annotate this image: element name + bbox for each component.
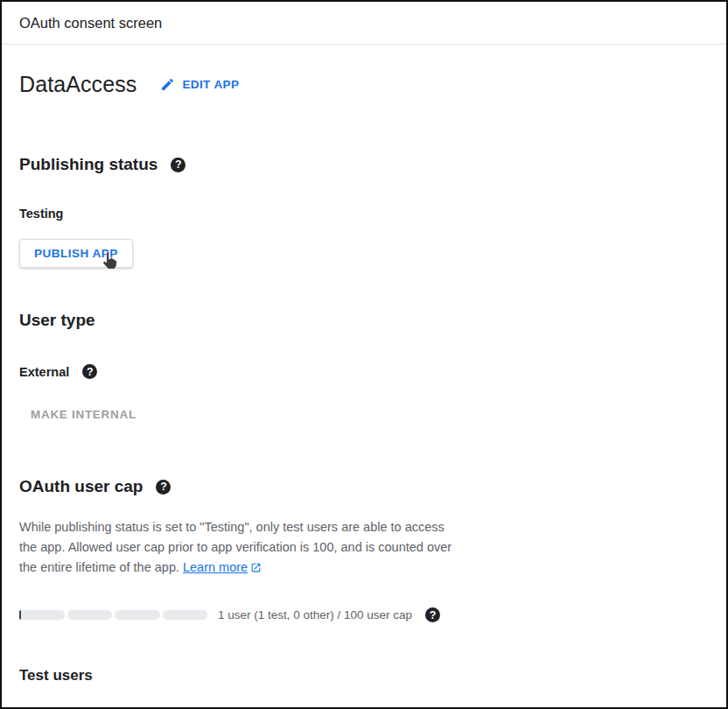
user-cap-usage-row: 1 user (1 test, 0 other) / 100 user cap … (19, 607, 709, 622)
user-type-value-row: External ? (19, 364, 709, 379)
user-type-value: External (19, 365, 69, 379)
edit-app-button[interactable]: EDIT APP (160, 77, 239, 92)
learn-more-link[interactable]: Learn more (183, 558, 262, 578)
help-icon[interactable]: ? (425, 607, 440, 622)
page-content: DataAccess EDIT APP Publishing status ? … (2, 72, 726, 684)
help-icon[interactable]: ? (156, 480, 171, 495)
make-internal-button[interactable]: MAKE INTERNAL (31, 408, 136, 421)
description-line: While publishing status is set to "Testi… (19, 520, 444, 534)
page-title: OAuth consent screen (19, 15, 162, 31)
user-cap-progress (19, 610, 207, 620)
publish-app-button-wrap: PUBLISH APP (19, 239, 133, 268)
user-type-heading-row: User type (19, 311, 709, 330)
pencil-icon (160, 77, 175, 92)
user-cap-usage-text: 1 user (1 test, 0 other) / 100 user cap (218, 608, 412, 621)
open-in-new-icon (250, 562, 262, 573)
user-cap-description: While publishing status is set to "Testi… (19, 517, 709, 578)
oauth-consent-window: OAuth consent screen DataAccess EDIT APP… (0, 0, 728, 709)
publishing-status-heading: Publishing status (19, 155, 158, 174)
learn-more-label: Learn more (183, 558, 248, 578)
user-cap-progress-fill (19, 610, 21, 620)
page-header: OAuth consent screen (2, 2, 726, 45)
progress-segment (19, 610, 65, 620)
user-cap-heading: OAuth user cap (19, 477, 143, 496)
app-title-row: DataAccess EDIT APP (19, 72, 709, 97)
test-users-heading: Test users (19, 667, 709, 684)
user-type-heading: User type (19, 311, 95, 330)
user-cap-heading-row: OAuth user cap ? (19, 477, 709, 496)
app-name: DataAccess (19, 72, 136, 97)
description-line: the app. Allowed user cap prior to app v… (19, 540, 452, 554)
progress-segment (163, 610, 208, 620)
status-text: Testing (19, 207, 63, 221)
edit-app-label: EDIT APP (182, 78, 239, 91)
publish-app-button[interactable]: PUBLISH APP (19, 239, 133, 268)
progress-segment (67, 610, 113, 620)
help-icon[interactable]: ? (171, 158, 186, 172)
help-icon[interactable]: ? (82, 364, 97, 379)
progress-segment (115, 610, 160, 620)
description-line: the entire lifetime of the app. (19, 560, 179, 574)
publishing-status-value: Testing (19, 207, 709, 221)
publishing-status-heading-row: Publishing status ? (19, 155, 709, 174)
